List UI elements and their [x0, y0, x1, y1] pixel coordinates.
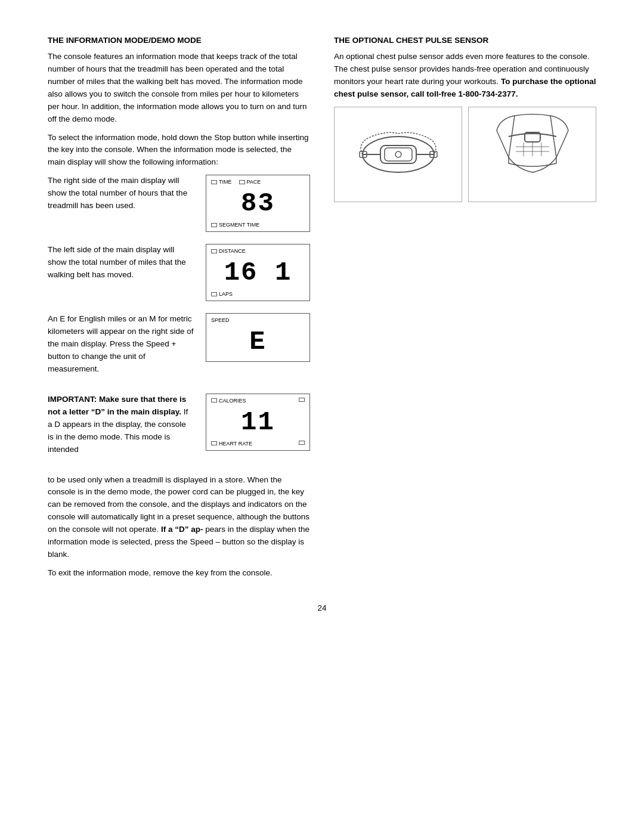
left-para-1: The console features an information mode… [48, 51, 310, 126]
left-heading: THE INFORMATION MODE/DEMO MODE [48, 36, 310, 45]
display4-number: 11 [211, 406, 305, 438]
chest-images [334, 107, 596, 202]
display4-text: IMPORTANT: Make sure that there is not a… [48, 394, 194, 456]
display-box-1: TIME PACE 83 SEGMENT TIME [206, 175, 310, 232]
right-para: An optional chest pulse sensor adds even… [334, 51, 596, 101]
display1-pace-rect [239, 180, 245, 184]
display1-segment-text: SEGMENT TIME [219, 222, 259, 228]
display4-calories-text: CALORIES [219, 398, 246, 404]
display4-top-right-rect [299, 398, 305, 402]
display-row-3: An E for English miles or an M for metri… [48, 313, 310, 382]
display2-distance-rect [211, 249, 217, 253]
two-column-layout: THE INFORMATION MODE/DEMO MODE The conso… [48, 36, 596, 586]
page-number: 24 [48, 603, 596, 612]
right-column: THE OPTIONAL CHEST PULSE SENSOR An optio… [334, 36, 596, 586]
display4-heartrate-text: HEART RATE [219, 441, 252, 447]
display4-top-labels: CALORIES [211, 398, 305, 404]
display-row-4: IMPORTANT: Make sure that there is not a… [48, 394, 310, 462]
bottom-para-1: to be used only when a treadmill is disp… [48, 474, 310, 561]
page-content: THE INFORMATION MODE/DEMO MODE The conso… [48, 36, 596, 612]
display1-pace-label: PACE [239, 179, 261, 185]
display2-top-labels: DISTANCE [211, 248, 305, 254]
display2-number: 16 1 [211, 256, 305, 289]
display4-calories-rect [211, 398, 217, 402]
display1-bottom-labels: SEGMENT TIME [211, 222, 305, 228]
display1-time-rect [211, 180, 217, 184]
display2-laps-rect [211, 292, 217, 296]
display-row-2: The left side of the main display will s… [48, 244, 310, 301]
display3-top-labels: SPEED [211, 317, 305, 323]
left-column: THE INFORMATION MODE/DEMO MODE The conso… [48, 36, 310, 586]
display-box-3: SPEED E [206, 313, 310, 362]
right-heading: THE OPTIONAL CHEST PULSE SENSOR [334, 36, 596, 45]
chest-sensor-svg [348, 110, 449, 199]
display2-distance-label: DISTANCE [211, 248, 246, 254]
display4-heartrate-label: HEART RATE [211, 441, 252, 447]
bottom-bold-inline: If a “D” ap- [161, 525, 203, 534]
display2-laps-text: LAPS [219, 291, 233, 297]
display1-number: 83 [211, 187, 305, 219]
display3-number: E [211, 326, 305, 358]
display-row-1: The right side of the main display will … [48, 175, 310, 232]
display4-bottom-labels: HEART RATE [211, 441, 305, 447]
important-bold: IMPORTANT: Make sure that there is not a… [48, 395, 186, 416]
display1-segment-rect [211, 223, 217, 227]
svg-point-7 [395, 151, 401, 157]
display-box-2: DISTANCE 16 1 LAPS [206, 244, 310, 301]
left-para-2: To select the information mode, hold dow… [48, 132, 310, 169]
display2-text: The left side of the main display will s… [48, 244, 194, 281]
display1-top-labels: TIME PACE [211, 179, 305, 185]
display2-laps-label: LAPS [211, 291, 305, 297]
svg-rect-6 [385, 148, 412, 161]
display1-segment-label: SEGMENT TIME [211, 222, 305, 228]
person-with-sensor-image [468, 107, 596, 202]
display2-distance-text: DISTANCE [219, 248, 246, 254]
display4-calories-label: CALORIES [211, 398, 246, 404]
display1-text: The right side of the main display will … [48, 175, 194, 212]
display3-text: An E for English miles or an M for metri… [48, 313, 194, 376]
display3-speed-label: SPEED [211, 317, 230, 323]
display1-time-text: TIME [219, 179, 232, 185]
display-box-4: CALORIES 11 HEART RATE [206, 394, 310, 451]
bottom-section: to be used only when a treadmill is disp… [48, 474, 310, 580]
display2-bottom-labels: LAPS [211, 291, 305, 297]
person-sensor-svg [482, 110, 583, 199]
chest-sensor-image [334, 107, 462, 202]
display4-bottom-right-rect [299, 441, 305, 445]
display1-pace-text: PACE [247, 179, 261, 185]
display4-heartrate-rect [211, 441, 217, 445]
display1-time-label: TIME [211, 179, 232, 185]
bottom-para-3: To exit the information mode, remove the… [48, 567, 310, 580]
display3-speed-text: SPEED [211, 317, 230, 323]
